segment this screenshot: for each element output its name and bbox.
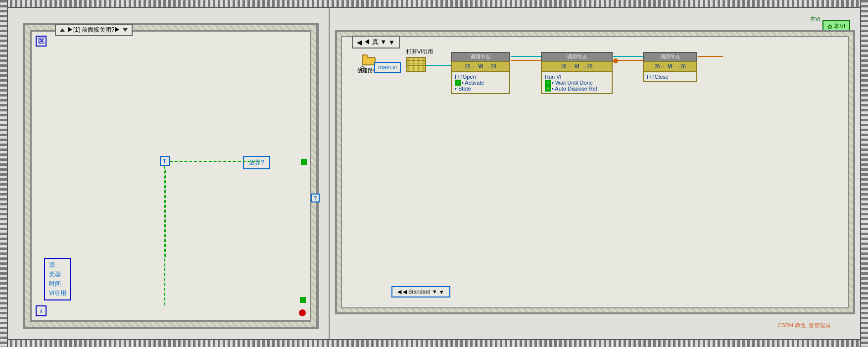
border-left [0,0,8,347]
error-item-4: VI引用 [49,289,66,298]
arrow-left-zhen: ◀ [357,39,362,46]
honvi-block-label: 本VI [834,22,845,31]
abandon-btn[interactable]: 放弃? [243,156,270,169]
orange-junction [613,58,618,63]
standard-label: ◀ Standard ▼ [403,289,437,295]
create-path-group: ⚙ [362,54,376,65]
call-node-1-params: FP.Open F • Activate • State [451,72,510,94]
main-background: 区 i 源 类型 时间 VI引用 T 放弃? [8,8,860,339]
standard-arrow-left: ◀ [397,289,401,295]
border-right [860,0,868,347]
call-node-3-params: FP.Close [643,72,697,82]
open-vi-icon-block [406,57,426,72]
arrow-down-icon [123,28,128,32]
red-dot [299,309,306,316]
wire-cyan-node1-out [511,56,541,57]
honvi-top-label: 本VI [810,15,820,23]
green-dot-right [301,159,307,165]
x-icon: 区 [36,36,47,47]
t-tunnel-icon: T [160,156,170,166]
main-frame-outer: ◀ ◀ 真 ▼ ▼ ⚙ 创建路径 打开 [335,30,855,314]
event-frame-inner: 区 i 源 类型 时间 VI引用 T 放弃? [30,30,311,322]
call-node-3: 调用节点 28→ VI →28 FP.Close [643,52,697,82]
dashed-line-v2 [164,166,165,305]
call-node-2-vi: 28→ VI →28 [541,61,613,72]
honvi-icon: ✿ [827,23,832,30]
error-item-3: 时间 [49,279,66,289]
f-badge-2b: F [545,86,551,92]
wire-node3-out [698,56,723,57]
call-node-2: 调用节点 28→ VI →28 Run VI F • Wait Until Do… [541,52,613,94]
standard-btn[interactable]: ◀ ◀ Standard ▼ ▼ [391,286,450,297]
main-frame-inner: ◀ ◀ 真 ▼ ▼ ⚙ 创建路径 打开 [341,36,849,308]
f-badge-2a: F [545,80,551,86]
border-bottom [0,339,868,347]
error-cluster: 源 类型 时间 VI引用 [44,258,71,300]
call-node-1-header: 调用节点 [451,52,510,61]
call-node-2-header: 调用节点 [541,52,613,61]
watermark: CSDN @北_量管理局 [777,322,830,329]
event-selector-label: ▶[1] 前面板关闭?▶ [67,26,120,34]
main-vi-block[interactable]: main.vi [374,62,401,73]
right-panel: 本VI ✿ 本VI ◀ ◀ 真 ▼ ▼ [330,8,860,339]
call-node-3-header: 调用节点 [643,52,697,61]
wire-main-to-node1 [426,65,451,66]
call-node-3-vi: 28→ VI →28 [643,61,697,72]
info-icon: i [36,305,47,316]
error-item-1: 源 [49,260,66,270]
left-panel: 区 i 源 类型 时间 VI引用 T 放弃? [8,8,329,339]
question-node: ? [311,194,320,202]
call-node-1-vi: 28→ VI →28 [451,61,510,72]
folder-icon [362,54,376,65]
call-node-1: 调用节点 28→ VI →28 FP.Open F • Activate [451,52,510,94]
standard-arrow-down: ▼ [439,289,444,295]
green-sq-bottom [300,297,306,303]
open-vi-label: 打开VI引用 [406,48,433,55]
wire-node2-to-node3 [613,60,643,61]
error-item-2: 类型 [49,270,66,279]
event-selector[interactable]: ▶[1] 前面板关闭?▶ [55,24,133,36]
f-badge-1a: F [455,80,461,86]
arrow-left-icon [60,28,65,32]
call-node-2-params: Run VI F • Wait Until Done F • Auto Disp… [541,72,613,94]
frame-header-zhen[interactable]: ◀ ◀ 真 ▼ ▼ [352,36,400,49]
event-frame-outer: 区 i 源 类型 时间 VI引用 T 放弃? [23,23,319,329]
wire-cyan-node2-out [613,56,643,57]
dashed-line-h1 [170,161,260,162]
frame-header-label: ◀ 真 ▼ [364,38,386,47]
border-top [0,0,868,8]
arrow-down-zhen: ▼ [388,39,395,46]
wire-node1-to-node2 [511,60,541,61]
